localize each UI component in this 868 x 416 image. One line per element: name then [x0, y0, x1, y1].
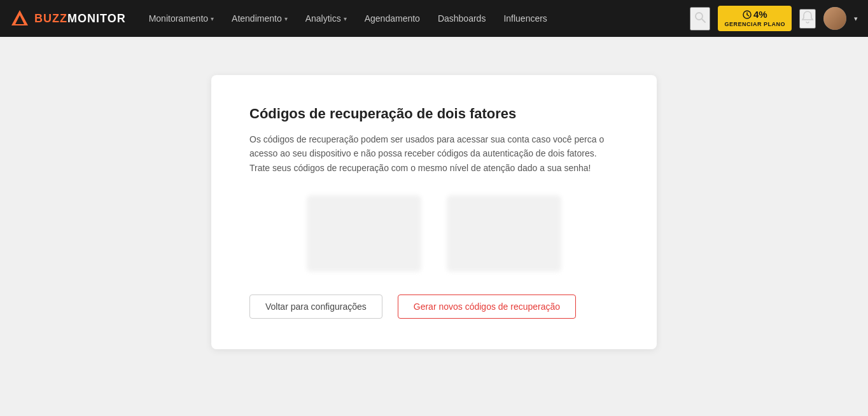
nav-analytics[interactable]: Analytics ▾	[298, 8, 354, 29]
code-block-right	[447, 195, 561, 272]
user-menu-chevron[interactable]: ▾	[854, 15, 858, 23]
avatar[interactable]	[823, 7, 846, 30]
card-description: Os códigos de recuperação podem ser usad…	[249, 132, 619, 175]
nav-right: 4% GERENCIAR PLANO ▾	[690, 6, 858, 31]
nav-influencers[interactable]: Influencers	[496, 8, 554, 29]
plan-badge[interactable]: 4% GERENCIAR PLANO	[718, 6, 792, 31]
navbar: BUZZMONITOR Monitoramento ▾ Atendimento …	[0, 0, 868, 37]
main-content: Códigos de recuperação de dois fatores O…	[0, 37, 868, 416]
notifications-button[interactable]	[799, 9, 816, 29]
clock-icon	[743, 10, 752, 19]
chevron-down-icon: ▾	[211, 15, 214, 22]
nav-dashboards[interactable]: Dashboards	[430, 8, 494, 29]
svg-point-2	[696, 13, 703, 20]
brand-text: BUZZMONITOR	[34, 12, 126, 25]
back-to-settings-button[interactable]: Voltar para configurações	[249, 295, 382, 319]
search-button[interactable]	[690, 7, 710, 31]
bell-icon	[801, 10, 815, 24]
plan-label: GERENCIAR PLANO	[724, 21, 785, 29]
avatar-image	[823, 7, 846, 30]
card-title: Códigos de recuperação de dois fatores	[249, 106, 619, 122]
nav-items: Monitoramento ▾ Atendimento ▾ Analytics …	[141, 8, 690, 29]
chevron-down-icon: ▾	[284, 15, 288, 22]
codes-row	[249, 195, 619, 272]
buttons-row: Voltar para configurações Gerar novos có…	[249, 295, 619, 319]
svg-line-3	[702, 19, 705, 22]
plan-percent: 4%	[743, 8, 767, 21]
recovery-codes-card: Códigos de recuperação de dois fatores O…	[211, 75, 657, 349]
nav-monitoramento[interactable]: Monitoramento ▾	[141, 8, 221, 29]
brand-logo[interactable]: BUZZMONITOR	[10, 9, 126, 28]
search-icon	[694, 11, 706, 24]
chevron-down-icon: ▾	[344, 15, 347, 22]
brand-icon	[10, 9, 29, 28]
nav-agendamento[interactable]: Agendamento	[357, 8, 428, 29]
code-block-left	[307, 195, 421, 272]
generate-new-codes-button[interactable]: Gerar novos códigos de recuperação	[398, 295, 576, 319]
svg-line-6	[747, 15, 749, 16]
nav-atendimento[interactable]: Atendimento ▾	[224, 8, 295, 29]
